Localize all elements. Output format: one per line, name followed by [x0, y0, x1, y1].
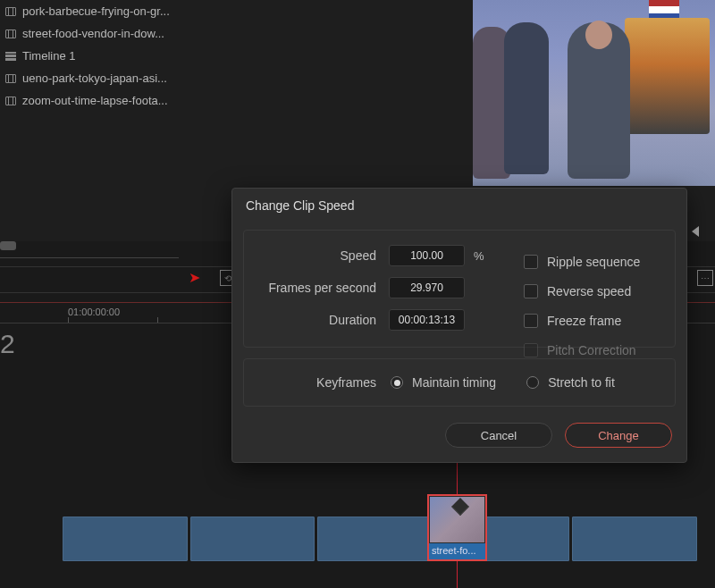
pitch-correction-row: Pitch Correction: [524, 343, 636, 357]
speed-label: Speed: [257, 248, 389, 263]
dialog-title: Change Clip Speed: [232, 189, 686, 223]
stretch-to-fit-radio[interactable]: [526, 376, 539, 389]
ripple-sequence-label: Ripple sequence: [538, 255, 640, 269]
freeze-frame-label: Freeze frame: [538, 314, 621, 328]
keyframes-label: Keyframes: [257, 375, 391, 390]
ripple-sequence-checkbox[interactable]: [524, 255, 538, 269]
media-item[interactable]: zoom-out-time-lapse-foota...: [0, 89, 206, 112]
media-item-label: ueno-park-tokyo-japan-asi...: [22, 71, 167, 85]
pitch-correction-checkbox: [524, 343, 538, 357]
media-item[interactable]: ueno-park-tokyo-japan-asi...: [0, 67, 206, 89]
media-item[interactable]: pork-barbecue-frying-on-gr...: [0, 0, 206, 22]
percent-label: %: [474, 249, 484, 263]
fps-input[interactable]: [389, 277, 465, 298]
media-item[interactable]: street-food-vendor-in-dow...: [0, 22, 206, 45]
reverse-speed-row: Reverse speed: [524, 284, 631, 298]
reverse-speed-checkbox[interactable]: [524, 284, 538, 298]
timeline-clip[interactable]: [317, 517, 442, 561]
timeline-clip[interactable]: [63, 517, 188, 561]
media-item-label: street-food-vendor-in-dow...: [22, 27, 164, 40]
cancel-button[interactable]: Cancel: [445, 423, 552, 448]
preview-frame: [649, 0, 679, 20]
preview-frame: [625, 18, 710, 134]
timeline-clip[interactable]: [572, 517, 697, 561]
clip-icon: [5, 74, 16, 83]
pitch-correction-label: Pitch Correction: [538, 343, 636, 357]
clip-icon: [5, 29, 16, 38]
media-item[interactable]: Timeline 1: [0, 45, 206, 67]
preview-frame: [568, 22, 630, 179]
ruler-timecode: 01:00:00:00: [68, 307, 120, 317]
clip-icon: [5, 97, 16, 105]
dialog-buttons: Cancel Change: [232, 407, 686, 462]
clip-icon: [5, 7, 16, 16]
step-backward-icon[interactable]: [692, 226, 699, 237]
change-button[interactable]: Change: [565, 423, 672, 448]
duration-label: Duration: [257, 313, 389, 327]
media-item-label: pork-barbecue-frying-on-gr...: [22, 4, 170, 18]
preview-frame: [504, 22, 549, 174]
timeline-zoom-slider[interactable]: [0, 257, 179, 258]
timeline-scrollbar[interactable]: [0, 241, 16, 250]
toolbar-button[interactable]: ⋯: [697, 270, 713, 286]
preview-monitor[interactable]: [473, 0, 715, 186]
ripple-sequence-row: Ripple sequence: [524, 255, 640, 269]
maintain-timing-label: Maintain timing: [403, 375, 526, 390]
fps-label: Frames per second: [257, 281, 389, 295]
reverse-speed-label: Reverse speed: [538, 284, 631, 298]
freeze-frame-checkbox[interactable]: [524, 314, 538, 328]
duration-input[interactable]: [389, 309, 465, 331]
clip-label: street-fo...: [429, 543, 485, 559]
freeze-frame-row: Freeze frame: [524, 314, 621, 328]
media-item-label: Timeline 1: [22, 49, 75, 63]
media-pool: pork-barbecue-frying-on-gr... street-foo…: [0, 0, 206, 112]
media-item-label: zoom-out-time-lapse-foota...: [22, 94, 168, 107]
stretch-to-fit-label: Stretch to fit: [539, 375, 645, 390]
maintain-timing-radio[interactable]: [391, 376, 403, 389]
selection-tool-icon[interactable]: ➤: [189, 269, 200, 286]
keyframes-panel: Keyframes Maintain timing Stretch to fit: [243, 358, 676, 407]
timeline-icon: [5, 52, 16, 61]
timeline-clip[interactable]: [190, 517, 315, 561]
speed-input[interactable]: [389, 245, 465, 266]
